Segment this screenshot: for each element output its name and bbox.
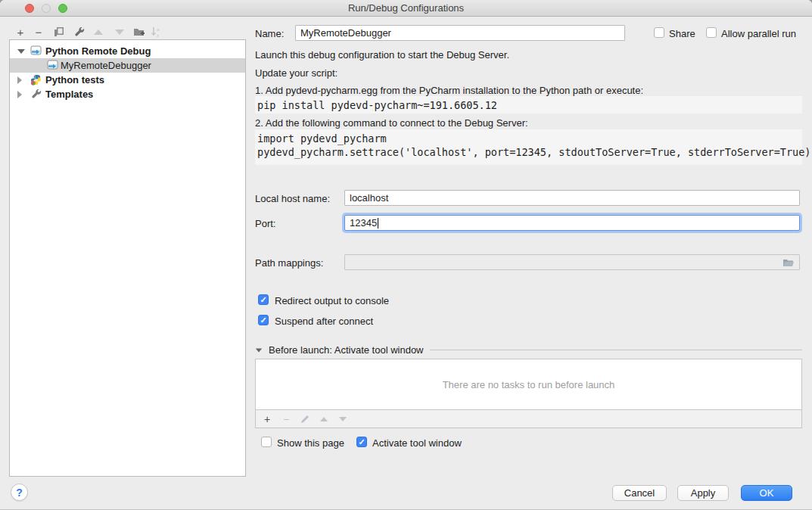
tree-item-label[interactable]: Python Remote Debug: [45, 45, 151, 57]
remove-task-icon: −: [281, 413, 291, 425]
cancel-button[interactable]: Cancel: [612, 485, 667, 501]
allow-parallel-run-label: Allow parallel run: [721, 28, 796, 39]
share-checkbox[interactable]: [654, 27, 664, 38]
svg-text:a: a: [157, 27, 160, 32]
port-label: Port:: [255, 218, 275, 229]
window-title: Run/Debug Configurations: [0, 2, 812, 14]
wrench-icon: [31, 89, 43, 101]
activate-tool-window-checkbox[interactable]: ✓: [356, 437, 367, 447]
tree-item-python-tests[interactable]: Python tests: [10, 73, 245, 87]
local-host-name-input[interactable]: localhost: [344, 190, 800, 206]
empty-tasks-text: There are no tasks to run before launch: [443, 379, 615, 390]
redirect-output-checkbox[interactable]: ✓: [258, 294, 269, 305]
wrench-icon[interactable]: [72, 24, 87, 39]
activate-tool-window-label: Activate tool window: [372, 437, 462, 449]
tree-item-python-remote-debug[interactable]: Python Remote Debug: [10, 44, 245, 58]
name-label: Name:: [255, 28, 284, 39]
sort-icon: az: [148, 24, 163, 39]
configurations-tree: Python Remote Debug MyRemoteDebugger Pyt…: [9, 39, 246, 477]
update-script-text: Update your script:: [255, 67, 338, 79]
chevron-right-icon[interactable]: [17, 91, 22, 98]
chevron-down-icon[interactable]: [17, 49, 25, 54]
show-this-page-checkbox[interactable]: [261, 437, 272, 447]
tree-item-label[interactable]: MyRemoteDebugger: [61, 60, 151, 71]
before-launch-toolbar: + −: [255, 410, 802, 428]
path-mappings-input[interactable]: [344, 254, 800, 270]
copy-icon[interactable]: [51, 24, 67, 39]
path-mappings-label: Path mappings:: [255, 257, 323, 269]
tree-item-label[interactable]: Python tests: [45, 74, 104, 86]
move-task-down-icon: [338, 417, 348, 421]
pip-install-code: pip install pydevd-pycharm~=191.6605.12: [255, 96, 802, 114]
port-input[interactable]: 12345: [344, 215, 800, 231]
local-host-name-label: Local host name:: [255, 193, 330, 204]
chevron-down-icon[interactable]: [256, 348, 263, 352]
help-button[interactable]: ?: [11, 484, 28, 501]
tree-item-label[interactable]: Templates: [45, 89, 93, 100]
chevron-right-icon[interactable]: [17, 76, 22, 84]
tree-item-myremotedebugger[interactable]: MyRemoteDebugger: [10, 58, 245, 73]
add-icon[interactable]: +: [13, 24, 28, 39]
step1-text: 1. Add pydevd-pycharm.egg from the PyCha…: [255, 85, 643, 96]
run-config-icon: [47, 60, 59, 72]
run-config-icon: [30, 45, 42, 58]
add-task-icon[interactable]: +: [262, 413, 272, 425]
run-debug-configurations-dialog: Run/Debug Configurations + − az Python R…: [0, 0, 812, 510]
python-tests-icon: [30, 74, 42, 86]
intro-text: Launch this debug configuration to start…: [255, 49, 509, 61]
move-up-icon: [91, 24, 106, 39]
move-task-up-icon: [319, 417, 329, 421]
redirect-output-label: Redirect output to console: [275, 295, 389, 306]
name-input[interactable]: MyRemoteDebugger: [295, 25, 625, 41]
remove-icon[interactable]: −: [31, 24, 46, 39]
open-folder-icon[interactable]: [782, 258, 795, 267]
step2-text: 2. Add the following command to connect …: [255, 117, 528, 129]
before-launch-task-list[interactable]: There are no tasks to run before launch: [255, 359, 802, 410]
new-folder-icon[interactable]: [132, 24, 147, 39]
ok-button[interactable]: OK: [741, 485, 792, 501]
suspend-after-connect-label: Suspend after connect: [275, 316, 373, 327]
before-launch-header[interactable]: Before launch: Activate tool window: [255, 344, 802, 356]
before-launch-title: Before launch: Activate tool window: [269, 344, 424, 356]
apply-button[interactable]: Apply: [677, 485, 729, 501]
move-down-icon: [112, 24, 127, 39]
svg-text:z: z: [157, 33, 159, 38]
tree-item-templates[interactable]: Templates: [10, 87, 245, 101]
allow-parallel-run-checkbox[interactable]: [706, 27, 717, 38]
edit-task-icon: [300, 415, 310, 424]
title-bar: Run/Debug Configurations: [0, 0, 812, 17]
suspend-after-connect-checkbox[interactable]: ✓: [258, 315, 269, 325]
show-this-page-label: Show this page: [277, 437, 344, 449]
text-cursor: [378, 218, 378, 229]
divider: [430, 350, 802, 350]
share-label: Share: [669, 28, 695, 39]
settrace-code: import pydevd_pycharm pydevd_pycharm.set…: [255, 129, 802, 165]
